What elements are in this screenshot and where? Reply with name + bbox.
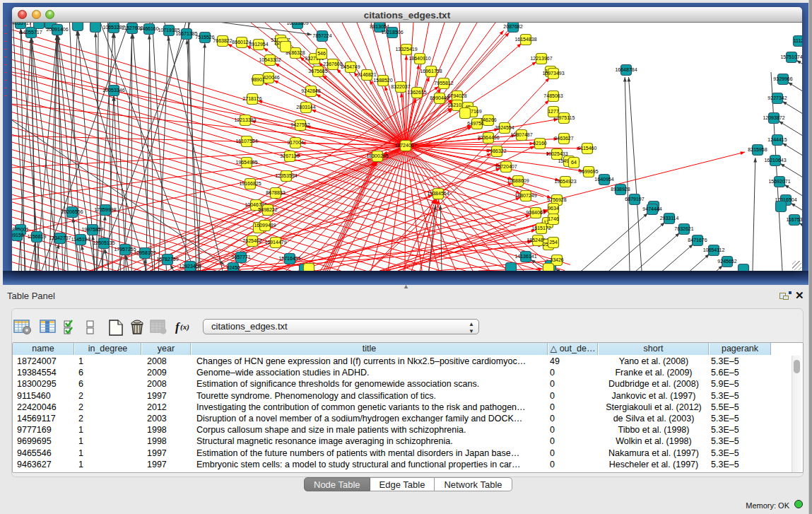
svg-text:98901: 98901 <box>251 77 265 82</box>
svg-text:6794028: 6794028 <box>447 93 466 98</box>
svg-text:8990448: 8990448 <box>430 95 449 100</box>
svg-text:8938928: 8938928 <box>611 187 630 192</box>
svg-text:16648784: 16648784 <box>615 67 637 72</box>
svg-text:1640954: 1640954 <box>594 177 613 182</box>
svg-text:15716485: 15716485 <box>278 256 300 261</box>
svg-text:9427552: 9427552 <box>290 122 310 127</box>
svg-text:62160: 62160 <box>533 141 547 146</box>
svg-text:20206556: 20206556 <box>61 209 83 214</box>
svg-text:14136141: 14136141 <box>514 254 536 259</box>
svg-text:917004: 917004 <box>287 140 303 145</box>
svg-text:9699695: 9699695 <box>579 169 598 174</box>
svg-text:19166825: 19166825 <box>239 181 261 186</box>
svg-text:9634: 9634 <box>548 206 559 211</box>
svg-text:39159: 39159 <box>12 233 24 238</box>
svg-text:6879197: 6879197 <box>625 197 644 201</box>
svg-text:2367608: 2367608 <box>323 62 342 66</box>
svg-text:1746: 1746 <box>548 216 559 221</box>
svg-text:92450: 92450 <box>226 265 240 270</box>
svg-text:8678833: 8678833 <box>266 190 285 195</box>
svg-text:7955812: 7955812 <box>434 81 453 86</box>
svg-text:9463627: 9463627 <box>554 136 573 141</box>
svg-text:1145194: 1145194 <box>71 237 90 242</box>
svg-text:9084067: 9084067 <box>526 210 545 215</box>
svg-text:13325419: 13325419 <box>395 47 417 52</box>
svg-text:17359938: 17359938 <box>94 207 116 212</box>
svg-text:9115460: 9115460 <box>578 146 597 151</box>
svg-text:19654985: 19654985 <box>235 160 257 165</box>
svg-text:8454749: 8454749 <box>341 64 360 69</box>
svg-text:16033809: 16033809 <box>286 23 308 25</box>
svg-text:7485063: 7485063 <box>543 93 563 98</box>
svg-text:2803144: 2803144 <box>296 105 315 110</box>
svg-text:9756928: 9756928 <box>547 197 566 202</box>
svg-text:17957255: 17957255 <box>114 247 136 252</box>
svg-text:9245652: 9245652 <box>717 259 736 264</box>
svg-text:12213383: 12213383 <box>234 117 256 122</box>
svg-text:8813054: 8813054 <box>370 24 389 29</box>
svg-text:18807249: 18807249 <box>514 193 536 198</box>
svg-text:10025433: 10025433 <box>546 151 567 156</box>
svg-text:3267130: 3267130 <box>280 153 299 158</box>
svg-text:16154838: 16154838 <box>514 37 536 42</box>
svg-text:2718176: 2718176 <box>242 96 261 101</box>
svg-text:19975857: 19975857 <box>81 227 103 232</box>
svg-text:1362615: 1362615 <box>407 90 426 95</box>
svg-text:2933114: 2933114 <box>660 216 679 221</box>
svg-text:1588520: 1588520 <box>373 78 392 83</box>
svg-text:10654112: 10654112 <box>703 247 725 252</box>
svg-text:10688609: 10688609 <box>507 178 529 183</box>
svg-text:19218506: 19218506 <box>381 30 403 35</box>
svg-text:9146821: 9146821 <box>357 72 376 77</box>
svg-text:12093872: 12093872 <box>763 115 784 120</box>
svg-text:18724007: 18724007 <box>394 143 416 148</box>
svg-text:19384554: 19384554 <box>427 191 449 196</box>
svg-text:12353594: 12353594 <box>275 173 297 178</box>
svg-text:10807487: 10807487 <box>510 132 532 137</box>
svg-text:18640910: 18640910 <box>408 56 430 61</box>
svg-text:16107554: 16107554 <box>235 139 257 144</box>
svg-text:1112: 1112 <box>794 38 802 43</box>
svg-text:16099489: 16099489 <box>254 223 276 228</box>
svg-text:15720407: 15720407 <box>495 164 517 169</box>
svg-text:16914479: 16914479 <box>264 240 286 245</box>
svg-text:12213967: 12213967 <box>530 56 552 61</box>
svg-text:64: 64 <box>571 160 577 165</box>
svg-text:6466160: 6466160 <box>139 26 158 31</box>
svg-text:19654923: 19654923 <box>554 179 576 184</box>
svg-text:12342737: 12342737 <box>49 235 71 240</box>
svg-text:15751074: 15751074 <box>780 54 802 59</box>
svg-text:1244415: 1244415 <box>767 137 787 142</box>
svg-text:7515526: 7515526 <box>195 35 214 40</box>
svg-text:8912954: 8912954 <box>249 42 268 47</box>
svg-text:9329966: 9329966 <box>773 76 792 81</box>
svg-text:14055717: 14055717 <box>12 23 32 25</box>
svg-text:16210643: 16210643 <box>764 158 786 163</box>
svg-text:15692071: 15692071 <box>768 179 790 184</box>
svg-text:9657771: 9657771 <box>231 255 250 259</box>
svg-text:7857224: 7857224 <box>312 33 331 38</box>
svg-text:8471676: 8471676 <box>688 238 707 243</box>
svg-text:(x): (x) <box>180 322 189 332</box>
svg-text:8322037: 8322037 <box>391 84 410 89</box>
svg-text:9474444: 9474444 <box>642 206 661 211</box>
svg-text:20364436: 20364436 <box>477 135 499 140</box>
svg-text:10543302: 10543302 <box>259 57 281 62</box>
svg-text:16961758: 16961758 <box>420 69 442 74</box>
svg-text:546: 546 <box>317 51 326 56</box>
svg-text:116753: 116753 <box>787 217 802 222</box>
svg-text:9227342: 9227342 <box>767 95 787 100</box>
svg-text:3675685: 3675685 <box>308 69 327 74</box>
svg-text:12923468: 12923468 <box>179 264 201 269</box>
svg-text:1277: 1277 <box>548 109 559 114</box>
svg-text:254: 254 <box>549 240 558 245</box>
svg-text:18300295: 18300295 <box>366 153 388 158</box>
svg-text:7986322: 7986322 <box>487 148 506 153</box>
svg-text:9242848: 9242848 <box>301 88 320 93</box>
svg-text:2087682: 2087682 <box>503 24 522 29</box>
svg-text:7632621: 7632621 <box>674 226 693 231</box>
svg-text:10958107: 10958107 <box>134 250 155 255</box>
svg-text:8215958: 8215958 <box>748 147 767 152</box>
svg-text:20091406: 20091406 <box>46 27 68 32</box>
svg-text:3624554: 3624554 <box>495 125 514 130</box>
